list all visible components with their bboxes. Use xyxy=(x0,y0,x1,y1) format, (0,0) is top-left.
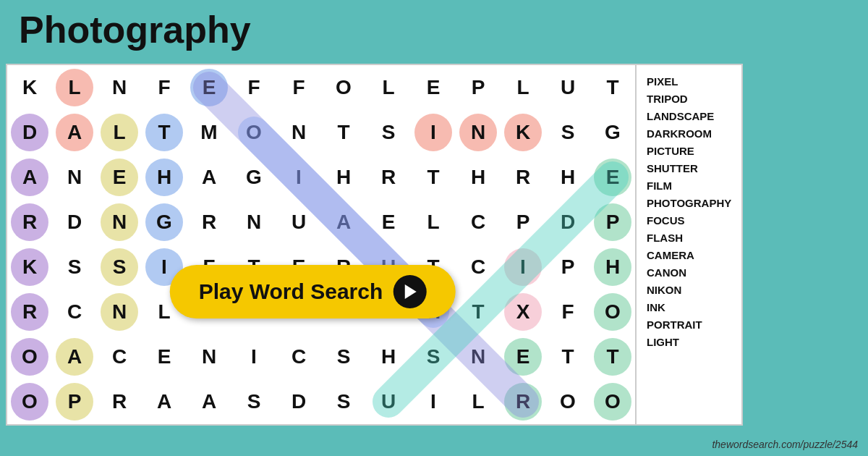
grid-cell: U xyxy=(276,200,321,245)
grid-cell: K xyxy=(7,65,52,110)
grid-cell: D xyxy=(52,200,97,245)
grid-cell: H xyxy=(545,155,590,200)
grid-cell: H xyxy=(142,155,187,200)
word-list-item: FOCUS xyxy=(647,213,731,228)
grid-cell: O xyxy=(590,290,635,334)
grid-cell: G xyxy=(590,110,635,155)
word-list-item: CAMERA xyxy=(647,248,731,263)
grid-cell: R xyxy=(97,379,142,424)
grid-cell: S xyxy=(52,245,97,290)
grid-cell: C xyxy=(52,290,97,334)
grid-cell: N xyxy=(276,110,321,155)
grid-cell: T xyxy=(321,110,366,155)
grid-cell: O xyxy=(545,379,590,424)
grid-cell: S xyxy=(97,245,142,290)
grid-cell: A xyxy=(187,155,231,200)
grid-cell: C xyxy=(456,200,501,245)
word-list-item: LIGHT xyxy=(647,334,731,350)
grid-cell: T xyxy=(142,110,187,155)
grid-cell: N xyxy=(52,155,97,200)
grid-cell: H xyxy=(366,334,411,379)
grid-cell: S xyxy=(366,110,411,155)
grid-cell: C xyxy=(456,245,501,290)
grid-cell: S xyxy=(321,379,366,424)
grid-cell: P xyxy=(590,200,635,245)
word-list-item: PICTURE xyxy=(647,143,731,159)
grid-cell: A xyxy=(52,110,97,155)
grid-cell: A xyxy=(52,334,97,379)
grid-cell: E xyxy=(411,65,456,110)
grid-cell: S xyxy=(231,379,276,424)
grid-cell: M xyxy=(187,110,231,155)
grid-cell: U xyxy=(545,65,590,110)
grid-cell: E xyxy=(501,334,545,379)
grid-cell: L xyxy=(501,65,545,110)
grid-cell: L xyxy=(411,200,456,245)
grid-cell: F xyxy=(276,65,321,110)
grid-cell: K xyxy=(7,245,52,290)
grid-cell: P xyxy=(52,379,97,424)
grid-cell: P xyxy=(501,200,545,245)
grid-cell: O xyxy=(321,65,366,110)
grid-cell: L xyxy=(366,65,411,110)
word-list-item: PHOTOGRAPHY xyxy=(647,195,731,211)
word-list-item: NIKON xyxy=(647,282,731,297)
play-button[interactable]: Play Word Search xyxy=(170,265,456,318)
grid-cell: C xyxy=(97,334,142,379)
grid-cell: A xyxy=(7,155,52,200)
grid-cell: R xyxy=(187,200,231,245)
grid-cell: I xyxy=(501,245,545,290)
play-icon xyxy=(393,275,426,308)
grid-cell: T xyxy=(411,155,456,200)
grid-cell: R xyxy=(7,290,52,334)
grid-cell: L xyxy=(97,110,142,155)
grid-cell: T xyxy=(456,290,501,334)
grid-cell: N xyxy=(97,65,142,110)
grid-cell: F xyxy=(142,65,187,110)
grid-cell: I xyxy=(411,110,456,155)
grid-cell: I xyxy=(231,334,276,379)
word-list-item: SHUTTER xyxy=(647,161,731,176)
attribution: thewordsearch.com/puzzle/2544 xyxy=(712,439,858,450)
word-list-item: PIXEL xyxy=(647,74,731,89)
grid-cell: A xyxy=(142,379,187,424)
grid-cell: H xyxy=(321,155,366,200)
grid-cell: O xyxy=(231,110,276,155)
word-list-item: LANDSCAPE xyxy=(647,109,731,124)
grid-cell: L xyxy=(52,65,97,110)
word-list-item: FLASH xyxy=(647,230,731,245)
grid-cell: A xyxy=(321,200,366,245)
grid-cell: O xyxy=(7,334,52,379)
grid-cell: D xyxy=(276,379,321,424)
word-list-item: FILM xyxy=(647,178,731,193)
word-list: PIXELTRIPODLANDSCAPEDARKROOMPICTURESHUTT… xyxy=(637,64,743,426)
play-button-label: Play Word Search xyxy=(199,279,383,304)
grid-cell: E xyxy=(366,200,411,245)
grid-cell: E xyxy=(187,65,231,110)
grid-cell: N xyxy=(456,110,501,155)
grid-cell: T xyxy=(590,334,635,379)
grid-cell: E xyxy=(590,155,635,200)
main-container: KLNFEFFOLEPLUTDALTMONTSINKSGANEHAGIHRTHR… xyxy=(6,64,743,426)
grid-cell: R xyxy=(501,379,545,424)
grid-cell: R xyxy=(366,155,411,200)
grid-container: KLNFEFFOLEPLUTDALTMONTSINKSGANEHAGIHRTHR… xyxy=(6,64,637,426)
grid-cell: K xyxy=(501,110,545,155)
grid-cell: T xyxy=(545,334,590,379)
grid-cell: D xyxy=(7,110,52,155)
grid-cell: L xyxy=(456,379,501,424)
grid-cell: A xyxy=(187,379,231,424)
grid-cell: E xyxy=(97,155,142,200)
grid-cell: F xyxy=(545,290,590,334)
grid-cell: O xyxy=(590,379,635,424)
grid-cell: G xyxy=(231,155,276,200)
grid-cell: N xyxy=(97,200,142,245)
grid-cell: S xyxy=(411,334,456,379)
word-list-item: INK xyxy=(647,300,731,315)
grid-cell: P xyxy=(456,65,501,110)
word-search-grid: KLNFEFFOLEPLUTDALTMONTSINKSGANEHAGIHRTHR… xyxy=(7,65,635,424)
grid-cell: N xyxy=(187,334,231,379)
grid-cell: H xyxy=(456,155,501,200)
page-title: Photography xyxy=(19,8,251,51)
word-list-item: PORTRAIT xyxy=(647,317,731,332)
